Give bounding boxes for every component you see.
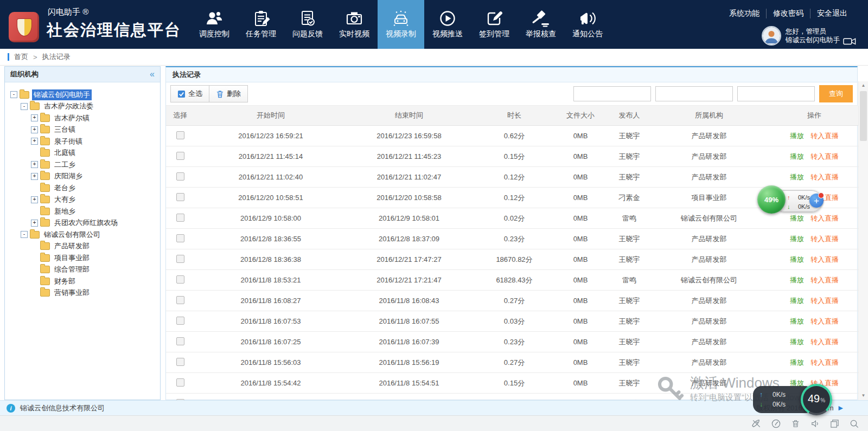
tree-expander-icon[interactable]: + (31, 196, 38, 203)
play-link[interactable]: 播放 (790, 338, 804, 346)
tree-node-label[interactable]: 财务部 (53, 276, 77, 287)
scrollbar-thumb[interactable] (860, 91, 867, 141)
row-checkbox[interactable] (176, 214, 184, 222)
delete-button[interactable]: 删除 (209, 85, 248, 102)
tree-node-label[interactable]: 产品研发部 (53, 241, 91, 252)
tree-node-label[interactable]: 泉子街镇 (53, 136, 84, 147)
restore-window-icon[interactable] (829, 419, 840, 429)
play-link[interactable]: 播放 (790, 317, 804, 325)
tree-node-label[interactable]: 锦诚云创闪电助手 (32, 89, 92, 100)
nav-item-dispatch-control[interactable]: 调度控制 (191, 0, 238, 49)
tree-node-label[interactable]: 营销事业部 (53, 287, 91, 298)
speed-gauge-icon[interactable] (771, 419, 781, 429)
camera-icon (344, 10, 364, 27)
row-checkbox[interactable] (176, 152, 184, 160)
nav-item-task-management[interactable]: 任务管理 (238, 0, 284, 49)
rocket-icon[interactable] (751, 419, 762, 429)
tree-node-label[interactable]: 锦诚云创有限公司 (42, 229, 102, 240)
select-all-button[interactable]: 全选 (170, 85, 209, 102)
tree-node-label[interactable]: 兵团农六师红旗农场 (53, 217, 119, 228)
tree-node-label[interactable]: 吉木萨尔政法委 (42, 101, 95, 112)
live-link[interactable]: 转入直播 (810, 235, 839, 243)
file-size-cell: 0MB (558, 270, 603, 291)
tree-node-label[interactable]: 三台镇 (53, 124, 77, 135)
breadcrumb-home[interactable]: 首页 (14, 52, 28, 62)
play-link[interactable]: 播放 (790, 152, 804, 160)
play-link[interactable]: 播放 (790, 255, 804, 263)
row-checkbox[interactable] (176, 378, 184, 387)
live-link[interactable]: 转入直播 (810, 297, 839, 305)
tree-node-label[interactable]: 吉木萨尔镇 (53, 113, 91, 124)
live-link[interactable]: 转入直播 (810, 132, 839, 140)
scroll-down-icon[interactable]: ▼ (859, 391, 868, 400)
live-link[interactable]: 转入直播 (810, 255, 839, 263)
nav-item-video-recording[interactable]: 视频录制 (378, 0, 424, 49)
status-expand-icon[interactable]: ▶ (839, 404, 843, 411)
row-checkbox[interactable] (176, 172, 184, 181)
live-link[interactable]: 转入直播 (810, 276, 839, 284)
live-link[interactable]: 转入直播 (810, 338, 839, 346)
live-link[interactable]: 转入直播 (810, 152, 839, 160)
row-checkbox[interactable] (176, 275, 184, 284)
row-checkbox[interactable] (176, 358, 184, 366)
play-link[interactable]: 播放 (790, 358, 804, 366)
trash-icon[interactable] (790, 419, 801, 429)
tree-node-label[interactable]: 项目事业部 (53, 253, 91, 263)
row-checkbox[interactable] (176, 317, 184, 325)
play-link[interactable]: 播放 (790, 297, 804, 305)
perf-usage-gauge[interactable]: 49 % (801, 384, 832, 415)
link-change-password[interactable]: 修改密码 (766, 9, 810, 18)
tree-node-label[interactable]: 新地乡 (53, 206, 77, 217)
nav-item-report-verification[interactable]: 举报核查 (518, 0, 564, 49)
play-link[interactable]: 播放 (790, 235, 804, 243)
live-link[interactable]: 转入直播 (810, 214, 839, 222)
search-input-3[interactable] (737, 86, 815, 101)
play-link[interactable]: 播放 (790, 214, 804, 222)
tree-expander-icon[interactable]: - (10, 91, 17, 98)
tree-expander-icon[interactable]: + (31, 161, 38, 168)
row-checkbox[interactable] (176, 337, 184, 345)
tree-expander-icon[interactable]: + (31, 138, 38, 145)
collapse-sidebar-button[interactable]: « (150, 69, 155, 79)
scroll-up-icon[interactable]: ▲ (859, 81, 868, 90)
query-button[interactable]: 查询 (819, 85, 853, 102)
tree-expander-icon[interactable]: + (31, 220, 38, 227)
row-checkbox[interactable] (176, 131, 184, 139)
search-icon[interactable] (849, 419, 859, 429)
nav-item-realtime-video[interactable]: 实时视频 (331, 0, 378, 49)
tree-expander-icon[interactable]: + (31, 173, 38, 180)
volume-icon[interactable] (810, 419, 820, 429)
row-checkbox[interactable] (176, 193, 184, 201)
tree-expander-icon[interactable]: + (31, 114, 38, 121)
live-link[interactable]: 转入直播 (810, 358, 839, 366)
nav-item-notice-announcement[interactable]: 通知公告 (564, 0, 611, 49)
tree-node-label[interactable]: 北庭镇 (53, 147, 77, 158)
tree-node-label[interactable]: 大有乡 (53, 194, 77, 205)
tree-expander-icon[interactable]: - (21, 231, 28, 238)
tree-node-label[interactable]: 二工乡 (53, 159, 77, 170)
live-link[interactable]: 转入直播 (810, 173, 839, 181)
nav-item-checkin-management[interactable]: 签到管理 (471, 0, 518, 49)
memory-usage-ball[interactable]: 49% (757, 185, 786, 214)
search-input-2[interactable] (655, 86, 733, 101)
tree-expander-icon[interactable]: + (31, 126, 38, 133)
accelerate-button[interactable]: + (809, 194, 824, 208)
play-link[interactable]: 播放 (790, 276, 804, 284)
live-link[interactable]: 转入直播 (810, 317, 839, 325)
tree-node-label[interactable]: 综合管理部 (53, 264, 91, 275)
link-safe-logout[interactable]: 安全退出 (810, 9, 854, 18)
row-checkbox[interactable] (176, 234, 184, 242)
tree-node-label[interactable]: 老台乡 (53, 183, 77, 194)
row-checkbox[interactable] (176, 255, 184, 263)
nav-item-issue-feedback[interactable]: 问题反馈 (284, 0, 331, 49)
tree-expander-icon[interactable]: - (21, 103, 28, 110)
row-checkbox[interactable] (176, 296, 184, 304)
tree-node-label[interactable]: 庆阳湖乡 (53, 171, 84, 182)
user-block[interactable]: 您好，管理员 锦诚云创闪电助手 (762, 26, 856, 46)
link-system-functions[interactable]: 系统功能 (723, 9, 766, 18)
play-link[interactable]: 播放 (790, 132, 804, 140)
search-input-1[interactable] (573, 86, 651, 101)
play-link[interactable]: 播放 (790, 173, 804, 181)
vertical-scrollbar[interactable]: ▲ ▼ (858, 81, 868, 400)
nav-item-video-push[interactable]: 视频推送 (424, 0, 471, 49)
